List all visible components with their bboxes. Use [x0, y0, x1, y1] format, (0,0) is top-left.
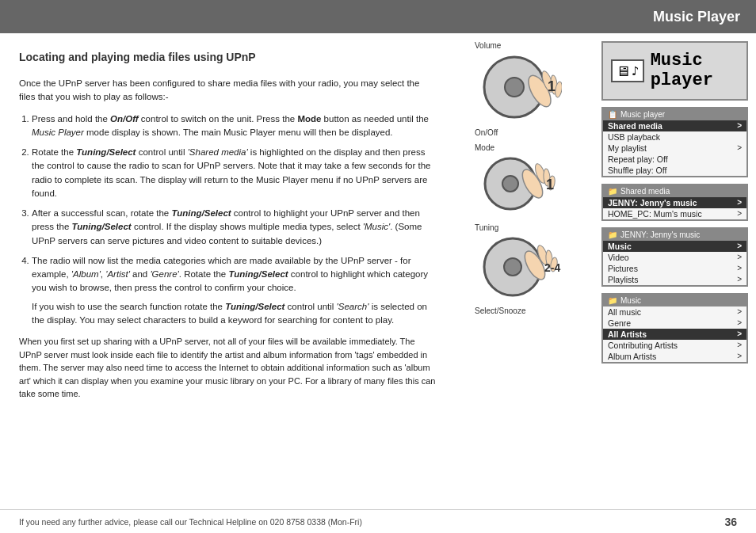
dial1-top-label: Volume: [475, 41, 501, 50]
page-title: Locating and playing media files using U…: [19, 49, 436, 66]
menu3-screen: 📁 JENNY: Jenny's music Music> Video> Pic…: [601, 227, 748, 287]
closing-text: When you first set up sharing with a UPn…: [19, 335, 436, 401]
menu4-header-label: Music: [620, 296, 641, 305]
menu2-item-1: HOME_PC: Mum's music>: [603, 208, 746, 219]
left-panel: Locating and playing media files using U…: [0, 33, 455, 509]
dial1-bottom-label: On/Off: [475, 128, 498, 137]
menu4-header: 📁 Music: [603, 295, 746, 306]
menu3-item-1: Video>: [603, 252, 746, 263]
menu2-screen: 📁 Shared media JENNY: Jenny's music> HOM…: [601, 184, 748, 221]
menu4-item-3: Contributing Artists>: [603, 340, 746, 351]
svg-text:2-4: 2-4: [544, 261, 560, 274]
dial3-bottom-label: Select/Snooze: [475, 306, 526, 315]
large-display-screen: 🖥 ♪ Music player: [601, 41, 748, 101]
dial2-label: Mode: [475, 143, 494, 152]
dial2-wrapper: Mode 1: [475, 143, 578, 217]
right-panel: 🖥 ♪ Music player 📋 Music player Shared m…: [598, 33, 756, 509]
menu2-item-0: JENNY: Jenny's music>: [603, 197, 746, 208]
dial3-top-label: Tuning: [475, 223, 498, 232]
header-bar: Music Player: [0, 0, 756, 33]
list-item: Press and hold the On/Off control to swi…: [32, 112, 436, 140]
menu3-item-0: Music>: [603, 241, 746, 252]
menu3-header-icon: 📁: [608, 230, 617, 239]
menu1-item-0: Shared media>: [603, 120, 746, 131]
svg-point-1: [505, 78, 524, 97]
dial2-row: 1: [475, 154, 562, 217]
menu4-header-icon: 📁: [608, 296, 617, 305]
dial3-svg: 2-4: [475, 234, 562, 305]
intro-text: Once the UPnP server has been configured…: [19, 77, 436, 105]
menu4-item-2: All Artists>: [603, 329, 746, 340]
svg-text:1: 1: [546, 177, 554, 192]
menu1-item-4: Shuffle play: Off: [603, 165, 746, 176]
footer: If you need any further advice, please c…: [0, 509, 756, 533]
middle-panel: Volume 1 On/Off: [455, 33, 598, 509]
menu2-header: 📁 Shared media: [603, 185, 746, 197]
list-item: The radio will now list the media catego…: [32, 254, 436, 327]
menu3-item-2: Pictures>: [603, 263, 746, 274]
menu1-screen: 📋 Music player Shared media> USB playbac…: [601, 107, 748, 177]
menu1-item-1: USB playback: [603, 131, 746, 143]
menu3-header-label: JENNY: Jenny's music: [620, 230, 700, 239]
dial3-wrapper: Tuning 2-4 Select/Snooze: [475, 223, 578, 315]
dial1-svg: 1: [475, 51, 562, 127]
dial1-row: 1: [475, 51, 562, 127]
menu4-screen: 📁 Music All music> Genre> All Artists> C…: [601, 293, 748, 364]
menu1-item-2: My playlist>: [603, 143, 746, 154]
list-item: After a successful scan, rotate the Tuni…: [32, 207, 436, 248]
svg-point-8: [502, 176, 518, 192]
menu2-header-icon: 📁: [608, 187, 617, 196]
svg-text:1: 1: [548, 78, 556, 94]
music-player-text: Music player: [651, 51, 713, 91]
svg-point-15: [504, 258, 521, 276]
menu1-header-icon: 📋: [608, 110, 617, 119]
menu3-item-3: Playlists>: [603, 274, 746, 285]
dial2-svg: 1: [475, 154, 562, 217]
menu4-item-4: Album Artists>: [603, 351, 746, 362]
footer-page-number: 36: [724, 516, 737, 528]
menu4-item-0: All music>: [603, 306, 746, 318]
menu1-header-label: Music player: [620, 110, 665, 119]
footer-helpline: If you need any further advice, please c…: [19, 517, 362, 527]
menu4-item-1: Genre>: [603, 318, 746, 329]
dial1-wrapper: Volume 1 On/Off: [475, 41, 578, 137]
music-display-icon: 🖥 ♪: [611, 59, 644, 82]
dial3-row: 2-4: [475, 234, 562, 305]
menu1-header: 📋 Music player: [603, 109, 746, 120]
list-item: Rotate the Tuning/Select control until '…: [32, 146, 436, 200]
menu2-header-label: Shared media: [620, 187, 670, 196]
numbered-list: Press and hold the On/Off control to swi…: [32, 112, 436, 328]
main-content: Locating and playing media files using U…: [0, 33, 756, 509]
menu3-header: 📁 JENNY: Jenny's music: [603, 229, 746, 241]
header-title: Music Player: [653, 9, 740, 25]
menu1-item-3: Repeat play: Off: [603, 154, 746, 165]
